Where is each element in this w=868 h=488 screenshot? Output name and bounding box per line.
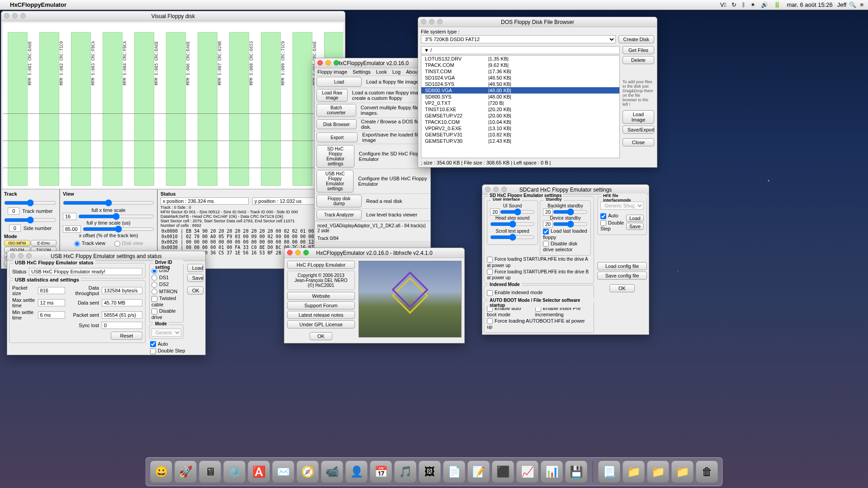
under-gpl-license-button[interactable]: Under GPL License (287, 320, 355, 328)
save-config-button[interactable]: Save config file (597, 272, 647, 280)
file-row[interactable]: LOTUS132.DRV|1.35 KB| (421, 56, 619, 62)
file-row[interactable]: GEMSETUP.V30|12.43 KB| (421, 138, 619, 144)
file-row[interactable]: TPACK.COM|9.62 KB| (421, 62, 619, 68)
create-disk-button[interactable]: Create Disk (618, 35, 654, 43)
about-ok-button[interactable]: OK (310, 332, 332, 340)
dock-activity-icon[interactable]: 📈 (517, 461, 538, 483)
load-config-button[interactable]: Load config file (597, 262, 647, 270)
full-y-input[interactable] (63, 213, 76, 220)
enable-indexed-checkbox[interactable]: Enable indexed mode (487, 289, 591, 296)
hfe-load-button[interactable]: Load (626, 215, 644, 222)
sd-hxc-floppy-emulator-settings-button[interactable]: SD HxC Floppy Emulator settings (316, 145, 354, 168)
menu-about[interactable]: About (406, 69, 419, 75)
usb-ok-button[interactable]: OK (187, 286, 203, 295)
track-number-slider[interactable] (4, 199, 57, 206)
twisted-cable-checkbox[interactable]: Twisted cable (151, 295, 181, 308)
file-row[interactable]: GEMSETUP.V22|20.00 KB| (421, 113, 619, 119)
drive-id-ds2[interactable]: DS2 (151, 281, 181, 288)
dock-folder-icon[interactable]: 📁 (647, 461, 669, 483)
force-b-checkbox[interactable]: Force loading STARTUPB.HFE into the driv… (487, 268, 591, 281)
dock-settings-icon[interactable]: ⚙️ (224, 461, 245, 483)
dock-floppy-icon[interactable]: 💾 (566, 461, 587, 483)
device-standby-slider[interactable] (553, 221, 588, 228)
sync-icon[interactable]: ↻ (731, 1, 736, 8)
file-row[interactable]: TINST10.EXE|20.20 KB| (421, 106, 619, 113)
auto-checkbox[interactable]: Auto (150, 341, 185, 348)
side-number-input[interactable] (9, 225, 21, 232)
disk-view-radio[interactable]: Disk view (114, 240, 143, 247)
packet-size-input[interactable] (38, 287, 65, 294)
volume-icon[interactable]: 🔊 (761, 1, 768, 8)
close-button[interactable]: Close (623, 138, 654, 146)
dock-calendar-icon[interactable]: 📅 (370, 461, 392, 483)
force-a-checkbox[interactable]: Force loading STARTUPA.HFE into the driv… (487, 256, 591, 268)
xoffset-input[interactable] (63, 225, 81, 233)
dock-terminal-icon[interactable]: ⬛ (492, 461, 514, 483)
device-standby-input[interactable] (543, 221, 553, 228)
battery-icon[interactable]: 🔋 (774, 1, 781, 8)
full-y-slider[interactable] (78, 213, 154, 220)
head-step-slider[interactable] (490, 221, 535, 228)
menubar-user[interactable]: Jeff (837, 1, 847, 8)
file-row[interactable]: VPDRV2_0.EXE|13.10 KB| (421, 125, 619, 131)
export-button[interactable]: Export (316, 132, 358, 142)
double-step-checkbox[interactable]: Double Step (150, 347, 185, 355)
latest-release-notes-button[interactable]: Latest release notes (287, 311, 355, 319)
file-row[interactable]: SD1024.SYS|48.50 KB| (421, 81, 619, 87)
backlight-slider[interactable] (553, 208, 588, 216)
hfe-mode-select[interactable]: Generic Shugart (600, 202, 644, 210)
batch-converter-button[interactable]: Batch converter (316, 104, 356, 117)
menu-floppy-image[interactable]: Floppy image (317, 69, 347, 75)
dock-notes-icon[interactable]: 📝 (468, 461, 490, 483)
dock-folder-icon[interactable]: 📁 (623, 461, 645, 483)
load-raw-image-button[interactable]: Load Raw image (316, 89, 348, 102)
backlight-input[interactable] (543, 208, 553, 216)
track-visualization[interactable]: MFM S:001 CRC:DA6E MFM S:002 CRC:71C9 MF… (3, 23, 343, 195)
menubar-clock[interactable]: mar. 6 août 15:26 (787, 1, 833, 8)
track-analyzer-button[interactable]: Track Analyzer (316, 210, 362, 220)
disk-browser-button[interactable]: Disk Browser (316, 119, 357, 129)
get-files-button[interactable]: Get Files (623, 46, 654, 54)
menu-settings[interactable]: Settings (353, 69, 371, 75)
dock-itunes-icon[interactable]: 🎵 (395, 461, 416, 483)
vnc-icon[interactable]: V⃞ (720, 1, 726, 8)
drive-id-ds1[interactable]: DS1 (151, 274, 181, 282)
dock-photos-icon[interactable]: 🖼 (419, 461, 441, 483)
menu-look[interactable]: Look (376, 69, 387, 75)
dock-hxc-icon[interactable]: 📊 (541, 461, 563, 483)
drive-id-mtron[interactable]: MTRON (151, 288, 181, 296)
ui-sound-input[interactable] (490, 208, 500, 216)
track-number-input[interactable] (8, 207, 19, 215)
track-view-radio[interactable]: Track view (74, 240, 105, 247)
usb-save-button[interactable]: Save (187, 274, 203, 282)
dock-trash-icon[interactable]: 🗑 (696, 461, 718, 483)
bluetooth-icon[interactable]: ᛒ (742, 1, 745, 8)
file-row[interactable]: SD800.SYS|48.00 KB| (421, 94, 619, 100)
file-row[interactable]: GEMSETUP.V31|10.82 KB| (421, 131, 619, 138)
dock-safari-icon[interactable]: 🧭 (297, 461, 319, 483)
path-indicator[interactable]: ▼ / (421, 46, 620, 54)
file-row[interactable]: SD800.VGA|48.00 KB| (421, 87, 619, 94)
side-number-slider[interactable] (4, 216, 57, 224)
dock-preview-icon[interactable]: 📄 (443, 461, 465, 483)
dock-facetime-icon[interactable]: 📹 (321, 461, 343, 483)
load-last-checkbox[interactable]: Load last loaded floppy (543, 228, 588, 240)
dock-folder-icon[interactable]: 📁 (672, 461, 693, 483)
force-autoboot-checkbox[interactable]: Force loading AUTOBOOT.HFE at power up (487, 318, 591, 330)
delete-button[interactable]: Delete (623, 56, 654, 64)
website-button[interactable]: Website (287, 292, 355, 300)
file-row[interactable]: TINST.COM|17.36 KB| (421, 68, 619, 75)
usb-load-button[interactable]: Load (187, 264, 203, 272)
full-x-slider[interactable] (63, 199, 154, 206)
mode-button-isomfm[interactable]: ISO MFM (4, 240, 30, 246)
hfe-double-checkbox[interactable]: Double Step (600, 220, 624, 232)
dock-contacts-icon[interactable]: 👤 (346, 461, 368, 483)
app-name[interactable]: HxCFloppyEmulator (10, 1, 66, 8)
dock-finder-icon[interactable]: 😀 (151, 461, 172, 483)
dock-mission-icon[interactable]: 🖥 (199, 461, 221, 483)
support-forum-button[interactable]: Support Forum (287, 301, 355, 310)
load-image-button[interactable]: Load Image (623, 110, 654, 124)
fs-type-select[interactable]: 3"5 720KB DSDD FAT12 (421, 35, 616, 43)
notification-center-icon[interactable]: ≡ (860, 1, 863, 8)
hfe-save-button[interactable]: Save (626, 223, 644, 230)
